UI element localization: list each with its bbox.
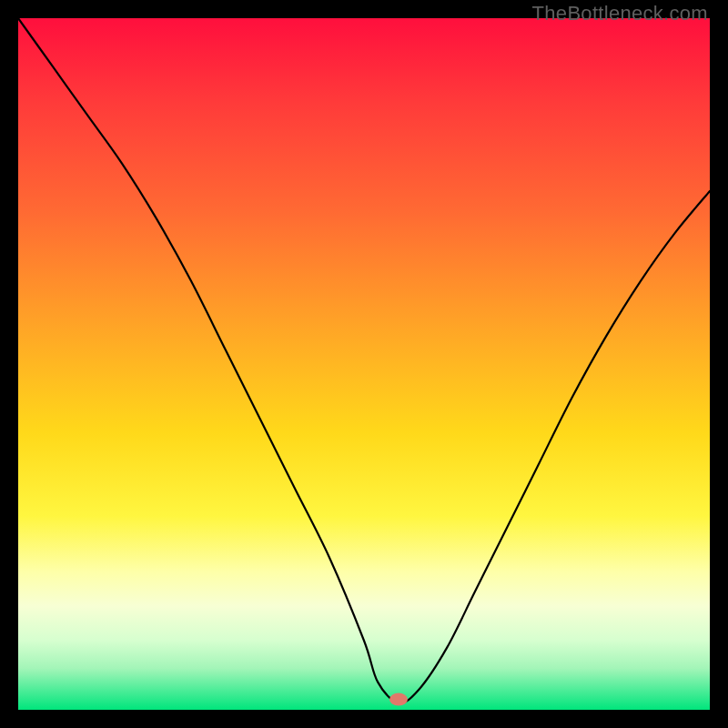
bottleneck-chart-svg <box>18 18 710 710</box>
watermark-text: TheBottleneck.com <box>532 2 708 25</box>
bottleneck-curve <box>18 18 710 703</box>
optimal-point-marker <box>389 693 408 706</box>
plot-area <box>18 18 710 710</box>
chart-frame: TheBottleneck.com <box>0 0 728 728</box>
